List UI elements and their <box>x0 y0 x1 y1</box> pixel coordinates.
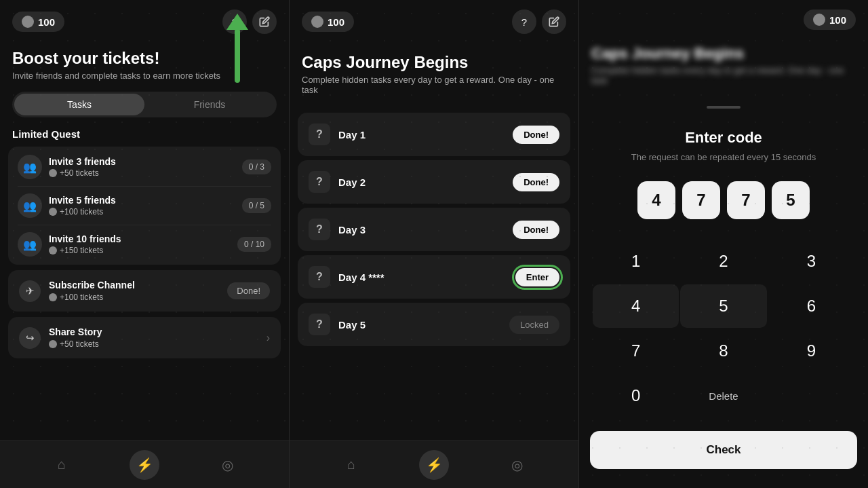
arrow-right-share: › <box>267 332 270 344</box>
limited-quest-label: Limited Quest <box>0 128 289 147</box>
edit-btn-p2[interactable] <box>542 10 566 34</box>
quest-row-2: 👥 Invite 5 friends +100 tickets 0 / 5 <box>18 193 271 218</box>
p3-blurred-subtitle: Complete hidden tasks every day to get a… <box>579 65 868 99</box>
quest-progress-2: 0 / 5 <box>242 198 271 213</box>
quest-info-2: Invite 5 friends +100 tickets <box>49 195 235 217</box>
num-key-0[interactable]: 0 <box>593 374 679 417</box>
quest-reward-3: +150 tickets <box>49 246 231 255</box>
nav-home-p1[interactable]: ⌂ <box>47 450 77 480</box>
num-key-6[interactable]: 6 <box>768 284 854 328</box>
num-key-8[interactable]: 8 <box>680 329 766 373</box>
question-btn-p1[interactable]: ? <box>222 10 247 34</box>
edit-btn-p1[interactable] <box>252 10 277 34</box>
nav-lightning-p2[interactable]: ⚡ <box>419 450 449 480</box>
day-row-2[interactable]: ? Day 2 Done! <box>298 160 570 204</box>
check-button[interactable]: Check <box>590 431 857 469</box>
code-digit-4: 5 <box>772 181 810 219</box>
friends-icon-1: 👥 <box>18 155 42 179</box>
day-row-4[interactable]: ? Day 4 **** Enter <box>298 255 570 299</box>
day-label-3: Day 3 <box>338 224 505 236</box>
num-key-2[interactable]: 2 <box>680 240 766 283</box>
ticket-badge-p1: 100 <box>12 12 64 32</box>
quest-reward-text-2: +100 tickets <box>60 207 103 217</box>
p1-subtitle: Invite friends and complete tasks to ear… <box>0 71 289 92</box>
ticket-icon-p1 <box>22 16 34 28</box>
enter-label: Enter <box>526 272 549 282</box>
done-badge-subscribe: Done! <box>227 282 270 299</box>
day-label-1: Day 1 <box>338 129 505 140</box>
quest-info-1: Invite 3 friends +50 tickets <box>49 156 235 178</box>
day-q-icon-1: ? <box>309 124 330 145</box>
quest-reward-1: +50 tickets <box>49 168 235 178</box>
task-subscribe[interactable]: ✈ Subscribe Channel +100 tickets Done! <box>8 270 281 312</box>
p3-divider <box>707 106 741 109</box>
numpad: 1 2 3 4 5 6 7 8 9 0 Delete <box>579 240 868 417</box>
p2-header: 100 ? <box>290 0 578 43</box>
ticket-count-p3: 100 <box>829 14 846 26</box>
small-ticket-1 <box>49 169 57 177</box>
nav-lightning-p1[interactable]: ⚡ <box>130 450 159 480</box>
task-info-share: Share Story +50 tickets <box>49 326 258 349</box>
share-icon: ↪ <box>19 327 41 349</box>
tab-tasks[interactable]: Tasks <box>14 94 144 115</box>
nav-home-p2[interactable]: ⌂ <box>336 450 366 480</box>
day-status-4[interactable]: Enter <box>515 268 559 286</box>
bottom-nav-p2: ⌂ ⚡ ◎ <box>290 440 578 488</box>
num-key-4[interactable]: 4 <box>593 284 679 328</box>
panel-caps-journey: 100 ? Caps Journey Begins Complete hidde… <box>290 0 579 488</box>
panel-enter-code: 100 Caps Journey Begins Complete hidden … <box>579 0 868 488</box>
header-icons-p2: ? <box>512 10 566 34</box>
num-key-1[interactable]: 1 <box>593 240 679 283</box>
day-status-5: Locked <box>509 316 559 334</box>
question-btn-p2[interactable]: ? <box>512 10 536 34</box>
friends-icon-2: 👥 <box>18 193 42 218</box>
quest-name-2: Invite 5 friends <box>49 195 235 206</box>
small-ticket-2 <box>49 208 57 216</box>
task-reward-text-sub: +100 tickets <box>60 293 103 302</box>
day-row-3[interactable]: ? Day 3 Done! <box>298 208 570 251</box>
quest-progress-3: 0 / 10 <box>237 237 271 252</box>
code-digit-1: 4 <box>637 181 675 219</box>
tab-friends[interactable]: Friends <box>144 94 275 115</box>
p1-title: Boost your tickets! <box>0 43 289 71</box>
header-icons-p1: ? <box>222 10 277 34</box>
quest-reward-text-1: +50 tickets <box>60 168 99 178</box>
task-reward-subscribe: +100 tickets <box>49 293 219 302</box>
nav-target-p1[interactable]: ◎ <box>212 450 242 480</box>
task-reward-text-share: +50 tickets <box>60 339 99 349</box>
p3-header: 100 <box>579 0 868 39</box>
quest-reward-text-3: +150 tickets <box>60 246 103 255</box>
subscribe-icon: ✈ <box>19 280 41 302</box>
day-status-3: Done! <box>513 221 559 239</box>
num-key-9[interactable]: 9 <box>768 329 854 373</box>
num-key-7[interactable]: 7 <box>593 329 679 373</box>
friends-icon-3: 👥 <box>18 232 42 257</box>
day-label-5: Day 5 <box>338 319 501 331</box>
num-key-5[interactable]: 5 <box>680 284 766 328</box>
quest-row-1: 👥 Invite 3 friends +50 tickets 0 / 3 <box>18 155 271 179</box>
p3-blurred-title: Caps Journey Begins <box>579 39 868 65</box>
quest-info-3: Invite 10 friends +150 tickets <box>49 233 231 255</box>
day-row-1[interactable]: ? Day 1 Done! <box>298 113 570 156</box>
nav-target-p2[interactable]: ◎ <box>502 450 532 480</box>
enter-code-subtitle: The request can be repeated every 15 sec… <box>579 152 868 162</box>
code-digit-3: 7 <box>727 181 765 219</box>
task-info-subscribe: Subscribe Channel +100 tickets <box>49 280 219 302</box>
enter-code-title: Enter code <box>579 129 868 147</box>
p1-header: 100 ? <box>0 0 289 43</box>
day-q-icon-4: ? <box>309 266 330 288</box>
ticket-count-p1: 100 <box>38 16 55 28</box>
quest-name-1: Invite 3 friends <box>49 156 235 167</box>
panel-boost-tickets: 100 ? Boost your tickets! Invite friends… <box>0 0 290 488</box>
num-key-3[interactable]: 3 <box>768 240 854 283</box>
p2-subtitle: Complete hidden tasks every day to get a… <box>290 75 578 109</box>
day-status-2: Done! <box>513 173 559 191</box>
num-key-delete[interactable]: Delete <box>680 374 766 417</box>
task-share[interactable]: ↪ Share Story +50 tickets › <box>8 317 281 358</box>
small-ticket-sub <box>49 293 57 301</box>
small-ticket-share <box>49 340 57 348</box>
bottom-nav-p1: ⌂ ⚡ ◎ <box>0 440 289 488</box>
code-display: 4 7 7 5 <box>579 181 868 219</box>
day-q-icon-3: ? <box>309 219 330 240</box>
ticket-icon-p2 <box>311 16 323 28</box>
